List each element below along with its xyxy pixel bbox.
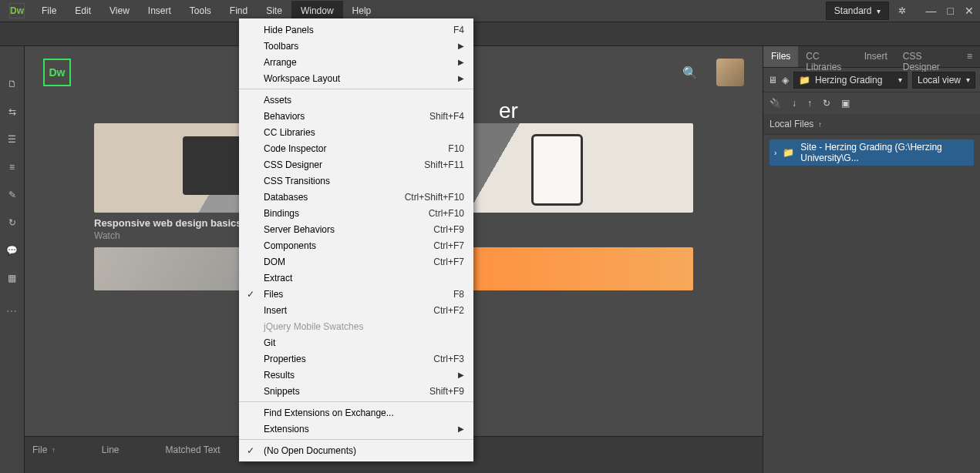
sync-icon[interactable]: ◈ [782, 75, 789, 86]
folder-icon: 📁 [799, 75, 810, 86]
device-icon[interactable]: 🖥 [768, 75, 777, 86]
submenu-arrow-icon: ▶ [458, 74, 464, 82]
shortcut: Ctrl+F3 [433, 354, 464, 364]
menu-item-extensions[interactable]: Extensions▶ [239, 421, 473, 437]
panel-tab-css-designer[interactable]: CSS Designer [895, 46, 959, 67]
menu-item-server-behaviors[interactable]: Server BehaviorsCtrl+F9 [239, 221, 473, 237]
sync-icon[interactable]: ✲ [898, 5, 906, 16]
folder-icon: 📁 [783, 147, 794, 158]
menu-item-components[interactable]: ComponentsCtrl+F7 [239, 237, 473, 253]
check-icon: ✓ [247, 289, 254, 300]
menu-item-dom[interactable]: DOMCtrl+F7 [239, 253, 473, 270]
upload-icon[interactable]: ↑ [807, 98, 812, 109]
submenu-arrow-icon: ▶ [458, 58, 464, 66]
layers-tool-icon[interactable]: ☰ [5, 133, 19, 146]
menu-item-assets[interactable]: Assets [239, 92, 473, 108]
minimize-button[interactable]: — [926, 5, 937, 17]
panel-tab-insert[interactable]: Insert [857, 46, 895, 67]
arrows-tool-icon[interactable]: ⇆ [5, 105, 19, 119]
download-icon[interactable]: ↓ [792, 98, 796, 109]
menu-item-arrange[interactable]: Arrange▶ [239, 54, 473, 70]
connect-icon[interactable]: 🔌 [770, 98, 781, 109]
more-tools-icon[interactable]: ⋯ [6, 305, 18, 317]
shortcut: Ctrl+F7 [433, 240, 464, 251]
shortcut: F4 [453, 25, 464, 35]
panel-tab-cc-libraries[interactable]: CC Libraries [798, 46, 856, 67]
menu-item-git[interactable]: Git [239, 334, 473, 351]
menu-item-databases[interactable]: DatabasesCtrl+Shift+F10 [239, 189, 473, 205]
refresh-tool-icon[interactable]: ↻ [5, 216, 19, 230]
shortcut: Ctrl+F7 [433, 257, 464, 267]
chevron-right-icon: › [774, 149, 776, 157]
menu-tools[interactable]: Tools [180, 1, 221, 21]
caret-down-icon: ▾ [877, 7, 881, 15]
refresh-icon[interactable]: ↻ [823, 98, 830, 109]
dw-logo: Dw [43, 59, 71, 86]
shortcut: Ctrl+F9 [433, 224, 464, 235]
menu-item-code-inspector[interactable]: Code InspectorF10 [239, 140, 473, 156]
menu-item-hide-panels[interactable]: Hide PanelsF4 [239, 22, 473, 38]
expand-icon[interactable]: ▣ [841, 98, 850, 109]
col-file[interactable]: File↑ [32, 444, 56, 455]
workspace-selector[interactable]: Standard ▾ [826, 2, 889, 20]
shortcut: Shift+F4 [429, 111, 464, 122]
submenu-arrow-icon: ▶ [458, 42, 464, 50]
menu-item-files[interactable]: ✓FilesF8 [239, 286, 473, 302]
panel-tab-files[interactable]: Files [763, 46, 798, 67]
sort-up-icon: ↑ [818, 120, 822, 129]
user-avatar[interactable] [716, 59, 744, 86]
grid-tool-icon[interactable]: ▦ [5, 271, 19, 285]
menu-item-behaviors[interactable]: BehaviorsShift+F4 [239, 108, 473, 124]
menu-item-find-extensions-on-exchange-[interactable]: Find Extensions on Exchange... [239, 404, 473, 421]
close-button[interactable]: ✕ [965, 5, 974, 17]
menu-item-toolbars[interactable]: Toolbars▶ [239, 38, 473, 54]
menu-item-extract[interactable]: Extract [239, 270, 473, 286]
site-root-item[interactable]: › 📁 Site - Herzing Grading (G:\Herzing U… [770, 139, 974, 166]
menu-file[interactable]: File [32, 1, 66, 21]
menu-insert[interactable]: Insert [139, 1, 180, 21]
menu-item-jquery-mobile-swatches: jQuery Mobile Swatches [239, 318, 473, 334]
window-menu-dropdown: Hide PanelsF4Toolbars▶Arrange▶Workspace … [239, 18, 473, 461]
search-icon[interactable]: 🔍 [682, 65, 698, 80]
menu-item-css-transitions[interactable]: CSS Transitions [239, 173, 473, 189]
window-controls: — □ ✕ [926, 5, 974, 17]
menubar: Dw FileEditViewInsertToolsFindSiteWindow… [0, 0, 980, 22]
shortcut: Shift+F9 [429, 386, 464, 397]
app-icon: Dw [9, 3, 25, 18]
align-tool-icon[interactable]: ≡ [5, 160, 19, 174]
caret-down-icon: ▾ [898, 75, 902, 84]
files-section-header[interactable]: Local Files ↑ [763, 114, 980, 135]
submenu-arrow-icon: ▶ [458, 424, 464, 433]
menu-item-properties[interactable]: PropertiesCtrl+F3 [239, 351, 473, 367]
menu-item-bindings[interactable]: BindingsCtrl+F10 [239, 205, 473, 221]
shortcut: Ctrl+F2 [433, 305, 464, 316]
files-toolbar-row1: 🖥 ◈ 📁 Herzing Grading ▾ Local view ▾ [763, 68, 980, 92]
menu-edit[interactable]: Edit [66, 1, 100, 21]
file-tool-icon[interactable]: 🗋 [5, 77, 19, 91]
view-selector[interactable]: Local view ▾ [912, 72, 975, 89]
files-tree: › 📁 Site - Herzing Grading (G:\Herzing U… [763, 135, 980, 170]
workspace-label: Standard [834, 5, 872, 16]
document-toolbar [0, 22, 980, 46]
shortcut: Ctrl+F10 [429, 208, 464, 219]
panel-options-icon[interactable]: ≡ [959, 46, 980, 67]
menu-item-insert[interactable]: InsertCtrl+F2 [239, 302, 473, 318]
menu-item-results[interactable]: Results▶ [239, 367, 473, 383]
comment-tool-icon[interactable]: 💬 [5, 243, 19, 257]
menu-item-cc-libraries[interactable]: CC Libraries [239, 124, 473, 140]
maximize-button[interactable]: □ [948, 5, 954, 17]
shortcut: F8 [453, 289, 464, 300]
col-matched[interactable]: Matched Text [166, 444, 221, 455]
card-title: Responsive web design basics [94, 217, 241, 229]
menu-item-workspace-layout[interactable]: Workspace Layout▶ [239, 70, 473, 86]
tag-tool-icon[interactable]: ✎ [5, 188, 19, 202]
shortcut: Ctrl+Shift+F10 [405, 192, 464, 203]
files-toolbar-row2: 🔌 ↓ ↑ ↻ ▣ [763, 92, 980, 114]
menu-item--no-open-documents-[interactable]: ✓(No Open Documents) [239, 442, 473, 458]
menu-item-css-designer[interactable]: CSS DesignerShift+F11 [239, 156, 473, 173]
check-icon: ✓ [247, 445, 254, 456]
site-selector[interactable]: 📁 Herzing Grading ▾ [793, 72, 908, 89]
menu-view[interactable]: View [100, 1, 139, 21]
col-line[interactable]: Line [102, 444, 120, 455]
menu-item-snippets[interactable]: SnippetsShift+F9 [239, 383, 473, 399]
